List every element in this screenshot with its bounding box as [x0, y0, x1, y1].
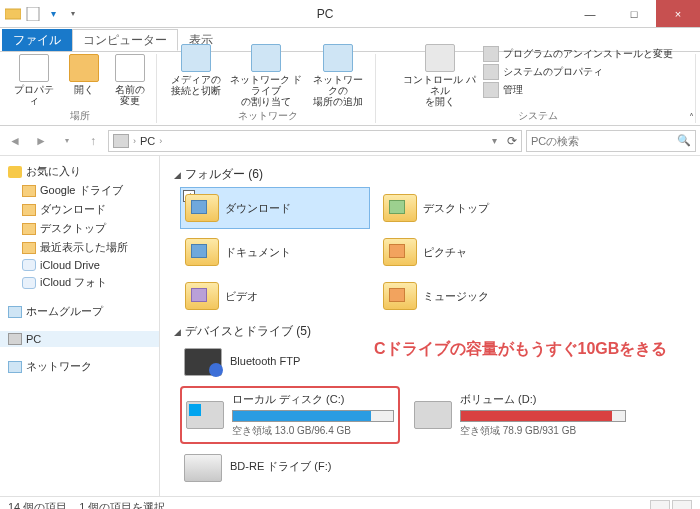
- nav-up[interactable]: ↑: [82, 130, 104, 152]
- ribbon-group-location-label: 場所: [70, 107, 90, 123]
- ribbon-uninstall[interactable]: プログラムのアンインストールと変更: [483, 46, 673, 62]
- quick-access-toolbar: ▾ ▾: [0, 5, 82, 23]
- drive-c-name: ローカル ディスク (C:): [232, 392, 394, 407]
- tab-file[interactable]: ファイル: [2, 29, 72, 51]
- ribbon-map-drive-label: ネットワーク ドライブ の割り当て: [229, 74, 303, 107]
- sidebar-network-label: ネットワーク: [26, 359, 92, 374]
- folder-item[interactable]: ドキュメント: [180, 231, 370, 273]
- close-button[interactable]: ×: [656, 0, 700, 27]
- folder-item[interactable]: ピクチャ: [378, 231, 568, 273]
- sidebar: お気に入り Google ドライブダウンロードデスクトップ最近表示した場所iCl…: [0, 156, 160, 496]
- folders-head-label: フォルダー (6): [185, 166, 263, 183]
- folder-item[interactable]: ミュージック: [378, 275, 568, 317]
- hdd-icon: [186, 401, 224, 429]
- ribbon-add-network[interactable]: ネットワークの 場所の追加: [309, 44, 367, 107]
- sidebar-fav-item[interactable]: iCloud フォト: [0, 273, 159, 292]
- window-title: PC: [82, 7, 568, 21]
- ribbon-open[interactable]: 開く: [62, 54, 106, 95]
- bluetooth-icon: [184, 348, 222, 376]
- navbar: ◄ ► ▾ ↑ › PC › ▾ ⟳ 🔍: [0, 126, 700, 156]
- nav-recent-dropdown[interactable]: ▾: [56, 130, 78, 152]
- properties-qat-icon[interactable]: [24, 5, 42, 23]
- folder-item[interactable]: ビデオ: [180, 275, 370, 317]
- manage-icon: [483, 82, 499, 98]
- folder-item[interactable]: ✓ダウンロード: [180, 187, 370, 229]
- ribbon-rename[interactable]: 名前の 変更: [112, 54, 148, 106]
- pc-tree-icon: [8, 333, 22, 345]
- maximize-button[interactable]: □: [612, 0, 656, 27]
- ribbon-control-panel-label: コントロール パネル を開く: [403, 74, 477, 107]
- sidebar-homegroup[interactable]: ホームグループ: [0, 302, 159, 321]
- sidebar-fav-item[interactable]: 最近表示した場所: [0, 238, 159, 257]
- minimize-button[interactable]: ―: [568, 0, 612, 27]
- address-bar[interactable]: › PC › ▾ ⟳: [108, 130, 522, 152]
- sidebar-pc[interactable]: PC: [0, 331, 159, 347]
- ribbon-media[interactable]: メディアの 接続と切断: [169, 44, 223, 96]
- uninstall-icon: [483, 46, 499, 62]
- sidebar-fav-item[interactable]: Google ドライブ: [0, 181, 159, 200]
- address-path: PC: [140, 135, 155, 147]
- ribbon-sysprop[interactable]: システムのプロパティ: [483, 64, 673, 80]
- folder-icon: [22, 259, 36, 271]
- folder-icon: [185, 238, 219, 266]
- folder-icon: [22, 185, 36, 197]
- folder-icon: [22, 223, 36, 235]
- section-drives[interactable]: ◢デバイスとドライブ (5): [174, 323, 694, 340]
- bluetooth-label: Bluetooth FTP: [230, 355, 376, 367]
- ribbon-map-drive[interactable]: ネットワーク ドライブ の割り当て: [229, 44, 303, 107]
- drive-d[interactable]: ボリューム (D:) 空き領域 78.9 GB/931 GB: [410, 386, 630, 444]
- ribbon-collapse-icon[interactable]: ˄: [689, 112, 694, 123]
- sidebar-fav-item[interactable]: ダウンロード: [0, 200, 159, 219]
- drives-head-label: デバイスとドライブ (5): [185, 323, 311, 340]
- drive-bd[interactable]: BD-RE ドライブ (F:): [180, 450, 380, 486]
- folder-label: ピクチャ: [423, 245, 467, 260]
- folder-label: ダウンロード: [225, 201, 291, 216]
- folder-label: ミュージック: [423, 289, 489, 304]
- nav-forward[interactable]: ►: [30, 130, 52, 152]
- sidebar-fav-label: iCloud フォト: [40, 275, 107, 290]
- ribbon-uninstall-label: プログラムのアンインストールと変更: [503, 47, 673, 61]
- explorer-icon: [4, 5, 22, 23]
- ribbon-properties[interactable]: プロパティ: [12, 54, 56, 106]
- ribbon-group-network-label: ネットワーク: [238, 107, 298, 123]
- ribbon-control-panel[interactable]: コントロール パネル を開く: [403, 44, 477, 107]
- svg-rect-0: [5, 9, 21, 19]
- sidebar-fav-item[interactable]: デスクトップ: [0, 219, 159, 238]
- drive-d-bar: [460, 410, 626, 422]
- ribbon-manage[interactable]: 管理: [483, 82, 673, 98]
- qat-dropdown-icon[interactable]: ▾: [44, 5, 62, 23]
- sidebar-fav-label: 最近表示した場所: [40, 240, 128, 255]
- qat-more-icon[interactable]: ▾: [64, 5, 82, 23]
- search-icon[interactable]: 🔍: [677, 134, 691, 147]
- folder-icon: [22, 242, 36, 254]
- sidebar-favorites[interactable]: お気に入り: [0, 162, 159, 181]
- annotation-text: Cドライブの容量がもうすぐ10GBをきる: [374, 339, 667, 360]
- sidebar-fav-item[interactable]: iCloud Drive: [0, 257, 159, 273]
- tab-computer[interactable]: コンピューター: [72, 29, 178, 51]
- nav-back[interactable]: ◄: [4, 130, 26, 152]
- titlebar: ▾ ▾ PC ― □ ×: [0, 0, 700, 28]
- view-details-button[interactable]: [650, 500, 670, 510]
- search-box[interactable]: 🔍: [526, 130, 696, 152]
- folder-item[interactable]: デスクトップ: [378, 187, 568, 229]
- sidebar-network[interactable]: ネットワーク: [0, 357, 159, 376]
- homegroup-icon: [8, 306, 22, 318]
- drive-bluetooth[interactable]: Bluetooth FTP: [180, 344, 380, 380]
- window-controls: ― □ ×: [568, 0, 700, 27]
- search-input[interactable]: [531, 135, 673, 147]
- section-folders[interactable]: ◢フォルダー (6): [174, 166, 694, 183]
- chevron-down-icon: ◢: [174, 327, 181, 337]
- view-icons-button[interactable]: [672, 500, 692, 510]
- ribbon-properties-label: プロパティ: [12, 84, 56, 106]
- folder-label: ドキュメント: [225, 245, 291, 260]
- optical-drive-icon: [184, 454, 222, 482]
- refresh-icon[interactable]: ⟳: [507, 134, 517, 148]
- drive-c[interactable]: ローカル ディスク (C:) 空き領域 13.0 GB/96.4 GB: [180, 386, 400, 444]
- sidebar-homegroup-label: ホームグループ: [26, 304, 103, 319]
- addr-dropdown-icon[interactable]: ▾: [492, 135, 497, 146]
- ribbon-group-location: プロパティ 開く 名前の 変更 場所: [4, 54, 157, 123]
- status-selected-count: 1 個の項目を選択: [79, 500, 165, 509]
- pc-icon: [113, 134, 129, 148]
- folder-label: ビデオ: [225, 289, 258, 304]
- content-pane: ◢フォルダー (6) ✓ダウンロードデスクトップドキュメントピクチャビデオミュー…: [160, 156, 700, 496]
